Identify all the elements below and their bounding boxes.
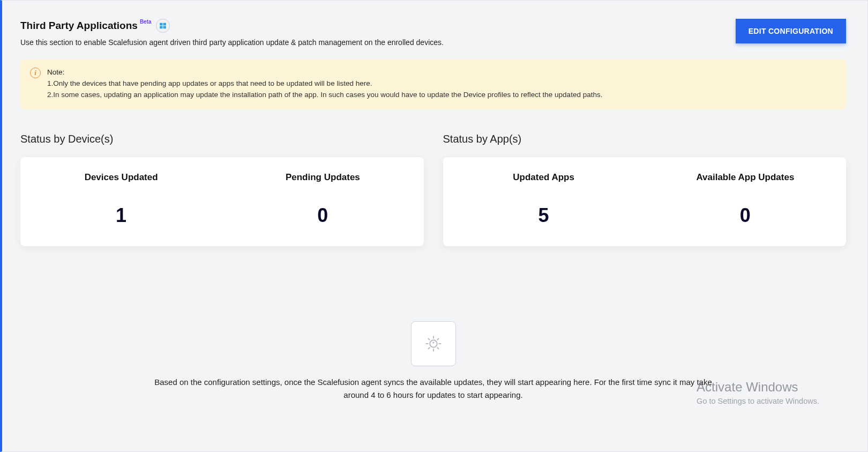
pending-updates-stat: Pending Updates 0 [222, 172, 423, 227]
status-by-apps-section: Status by App(s) Updated Apps 5 Availabl… [443, 133, 847, 246]
info-icon: i [30, 68, 41, 78]
note-line-1: 1.Only the devices that have pending app… [47, 78, 602, 90]
watermark-title: Activate Windows [697, 380, 819, 395]
updated-apps-stat: Updated Apps 5 [443, 172, 645, 227]
note-title: Note: [47, 67, 602, 78]
empty-state-text: Based on the configuration settings, onc… [149, 376, 717, 402]
page-subtitle: Use this section to enable Scalefusion a… [20, 38, 444, 47]
devices-updated-value: 1 [20, 204, 222, 227]
svg-rect-3 [163, 26, 166, 29]
devices-updated-label: Devices Updated [20, 172, 222, 183]
edit-configuration-button[interactable]: EDIT CONFIGURATION [736, 19, 846, 43]
available-app-updates-label: Available App Updates [645, 172, 846, 183]
pending-updates-value: 0 [222, 204, 423, 227]
status-by-apps-title: Status by App(s) [443, 133, 847, 145]
page-title: Third Party Applications [20, 20, 138, 32]
gear-icon [411, 321, 456, 366]
pending-updates-label: Pending Updates [222, 172, 423, 183]
updated-apps-label: Updated Apps [443, 172, 645, 183]
available-app-updates-stat: Available App Updates 0 [645, 172, 846, 227]
svg-rect-2 [160, 26, 162, 29]
svg-rect-1 [163, 23, 166, 26]
status-by-devices-section: Status by Device(s) Devices Updated 1 Pe… [20, 133, 424, 246]
windows-activation-watermark: Activate Windows Go to Settings to activ… [697, 380, 819, 405]
available-app-updates-value: 0 [645, 204, 846, 227]
note-banner: i Note: 1.Only the devices that have pen… [20, 60, 846, 109]
updated-apps-value: 5 [443, 204, 645, 227]
windows-icon [156, 19, 170, 33]
watermark-sub: Go to Settings to activate Windows. [697, 397, 819, 405]
note-line-2: 2.In some cases, updating an application… [47, 90, 602, 101]
svg-rect-0 [160, 23, 162, 26]
devices-updated-stat: Devices Updated 1 [20, 172, 222, 227]
status-by-devices-title: Status by Device(s) [20, 133, 424, 145]
beta-badge: Beta [140, 19, 152, 25]
